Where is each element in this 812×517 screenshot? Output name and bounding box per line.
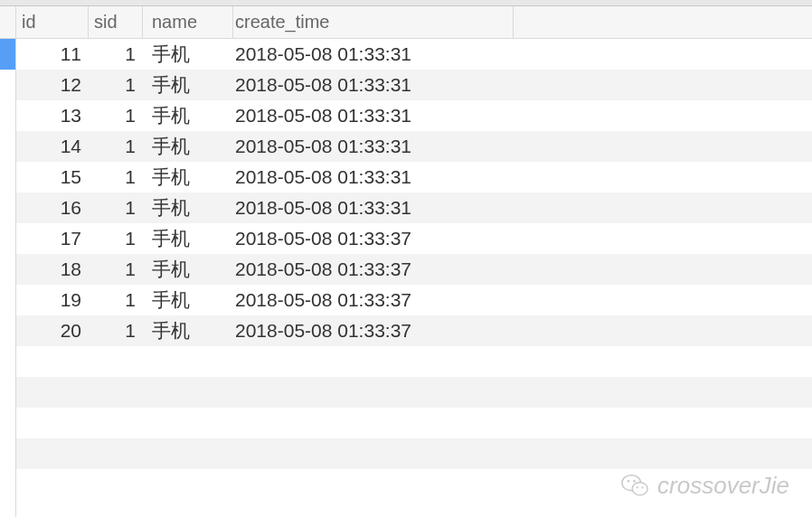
cell-id[interactable]: 15 [16, 162, 89, 193]
cell-empty [16, 377, 89, 408]
watermark-text: crossoverJie [657, 472, 789, 500]
cell-empty [514, 131, 812, 162]
row-selector[interactable] [0, 315, 15, 346]
cell-name[interactable]: 手机 [143, 162, 233, 193]
cell-empty [16, 469, 89, 500]
svg-point-3 [633, 480, 636, 483]
row-selector[interactable] [0, 438, 15, 469]
table-row[interactable] [16, 346, 812, 377]
table-row[interactable]: 201手机2018-05-08 01:33:37 [16, 315, 812, 346]
cell-create-time[interactable]: 2018-05-08 01:33:37 [233, 285, 514, 315]
cell-empty [89, 346, 143, 377]
cell-sid[interactable]: 1 [89, 100, 143, 131]
cell-name[interactable]: 手机 [143, 254, 233, 285]
table-row[interactable]: 191手机2018-05-08 01:33:37 [16, 285, 812, 315]
column-header-name[interactable]: name [143, 6, 233, 38]
table-row[interactable] [16, 438, 812, 469]
cell-id[interactable]: 17 [16, 223, 89, 254]
column-header-sid[interactable]: sid [89, 6, 143, 38]
table-row[interactable]: 131手机2018-05-08 01:33:31 [16, 100, 812, 131]
cell-sid[interactable]: 1 [89, 39, 143, 70]
cell-id[interactable]: 12 [16, 70, 89, 100]
cell-id[interactable]: 11 [16, 39, 89, 70]
row-selector[interactable] [0, 100, 15, 131]
row-selector[interactable] [0, 408, 15, 438]
table-row[interactable]: 161手机2018-05-08 01:33:31 [16, 193, 812, 223]
cell-empty [514, 285, 812, 315]
cell-sid[interactable]: 1 [89, 193, 143, 223]
column-spacer [514, 6, 812, 38]
cell-name[interactable]: 手机 [143, 100, 233, 131]
cell-empty [143, 377, 233, 408]
cell-empty [233, 469, 514, 500]
row-selector[interactable] [0, 285, 15, 315]
table-row[interactable]: 121手机2018-05-08 01:33:31 [16, 70, 812, 100]
table-row[interactable]: 171手机2018-05-08 01:33:37 [16, 223, 812, 254]
cell-sid[interactable]: 1 [89, 131, 143, 162]
row-selector[interactable] [0, 377, 15, 408]
cell-name[interactable]: 手机 [143, 223, 233, 254]
cell-empty [143, 438, 233, 469]
row-selector[interactable] [0, 254, 15, 285]
cell-sid[interactable]: 1 [89, 223, 143, 254]
column-header-create-time[interactable]: create_time [233, 6, 514, 38]
cell-empty [514, 408, 812, 438]
cell-id[interactable]: 14 [16, 131, 89, 162]
svg-point-5 [642, 486, 644, 488]
cell-name[interactable]: 手机 [143, 131, 233, 162]
cell-empty [89, 438, 143, 469]
table-row[interactable]: 141手机2018-05-08 01:33:31 [16, 131, 812, 162]
gutter-header[interactable] [0, 6, 15, 39]
cell-sid[interactable]: 1 [89, 254, 143, 285]
cell-id[interactable]: 18 [16, 254, 89, 285]
cell-empty [233, 346, 514, 377]
cell-name[interactable]: 手机 [143, 39, 233, 70]
cell-empty [16, 408, 89, 438]
cell-id[interactable]: 13 [16, 100, 89, 131]
column-headers: id sid name create_time [16, 6, 812, 39]
column-header-id[interactable]: id [16, 6, 89, 38]
cell-empty [143, 408, 233, 438]
cell-name[interactable]: 手机 [143, 285, 233, 315]
cell-id[interactable]: 16 [16, 193, 89, 223]
cell-create-time[interactable]: 2018-05-08 01:33:37 [233, 254, 514, 285]
table-row[interactable]: 111手机2018-05-08 01:33:31 [16, 39, 812, 70]
cell-create-time[interactable]: 2018-05-08 01:33:31 [233, 100, 514, 131]
table-row[interactable]: 151手机2018-05-08 01:33:31 [16, 162, 812, 193]
cell-empty [514, 70, 812, 100]
cell-name[interactable]: 手机 [143, 315, 233, 346]
cell-empty [514, 100, 812, 131]
row-selector[interactable] [0, 162, 15, 193]
cell-create-time[interactable]: 2018-05-08 01:33:31 [233, 70, 514, 100]
cell-sid[interactable]: 1 [89, 70, 143, 100]
row-selector[interactable] [0, 469, 15, 500]
cell-sid[interactable]: 1 [89, 162, 143, 193]
cell-empty [16, 438, 89, 469]
row-selector[interactable] [0, 39, 15, 70]
row-selector[interactable] [0, 70, 15, 100]
cell-empty [514, 438, 812, 469]
row-selector[interactable] [0, 346, 15, 377]
cell-create-time[interactable]: 2018-05-08 01:33:31 [233, 39, 514, 70]
cell-name[interactable]: 手机 [143, 193, 233, 223]
cell-create-time[interactable]: 2018-05-08 01:33:31 [233, 162, 514, 193]
table-row[interactable] [16, 408, 812, 438]
cell-name[interactable]: 手机 [143, 70, 233, 100]
row-selector[interactable] [0, 193, 15, 223]
cell-create-time[interactable]: 2018-05-08 01:33:37 [233, 223, 514, 254]
cell-id[interactable]: 20 [16, 315, 89, 346]
cell-id[interactable]: 19 [16, 285, 89, 315]
cell-sid[interactable]: 1 [89, 285, 143, 315]
cell-create-time[interactable]: 2018-05-08 01:33:37 [233, 315, 514, 346]
table-row[interactable]: 181手机2018-05-08 01:33:37 [16, 254, 812, 285]
data-grid: id sid name create_time 111手机2018-05-08 … [0, 6, 812, 517]
table-row[interactable] [16, 377, 812, 408]
row-selector[interactable] [0, 223, 15, 254]
svg-point-2 [628, 480, 630, 483]
cell-create-time[interactable]: 2018-05-08 01:33:31 [233, 131, 514, 162]
cell-sid[interactable]: 1 [89, 315, 143, 346]
cell-create-time[interactable]: 2018-05-08 01:33:31 [233, 193, 514, 223]
cell-empty [89, 377, 143, 408]
svg-point-4 [637, 486, 638, 488]
row-selector[interactable] [0, 131, 15, 162]
